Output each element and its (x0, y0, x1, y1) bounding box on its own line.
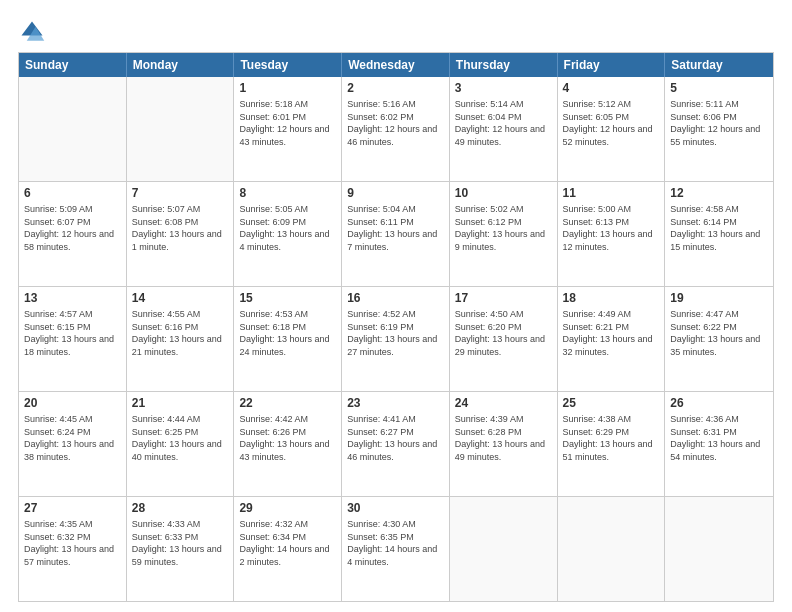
day-number: 17 (455, 290, 552, 306)
calendar-cell: 3Sunrise: 5:14 AM Sunset: 6:04 PM Daylig… (450, 77, 558, 181)
day-info: Sunrise: 5:07 AM Sunset: 6:08 PM Dayligh… (132, 203, 229, 253)
day-info: Sunrise: 5:02 AM Sunset: 6:12 PM Dayligh… (455, 203, 552, 253)
day-number: 24 (455, 395, 552, 411)
day-number: 19 (670, 290, 768, 306)
calendar-header-cell: Sunday (19, 53, 127, 77)
day-info: Sunrise: 4:35 AM Sunset: 6:32 PM Dayligh… (24, 518, 121, 568)
day-info: Sunrise: 4:45 AM Sunset: 6:24 PM Dayligh… (24, 413, 121, 463)
day-number: 18 (563, 290, 660, 306)
calendar-cell: 12Sunrise: 4:58 AM Sunset: 6:14 PM Dayli… (665, 182, 773, 286)
calendar: SundayMondayTuesdayWednesdayThursdayFrid… (18, 52, 774, 602)
calendar-cell: 17Sunrise: 4:50 AM Sunset: 6:20 PM Dayli… (450, 287, 558, 391)
calendar-cell: 20Sunrise: 4:45 AM Sunset: 6:24 PM Dayli… (19, 392, 127, 496)
calendar-cell: 16Sunrise: 4:52 AM Sunset: 6:19 PM Dayli… (342, 287, 450, 391)
day-number: 29 (239, 500, 336, 516)
calendar-cell (558, 497, 666, 601)
day-info: Sunrise: 5:00 AM Sunset: 6:13 PM Dayligh… (563, 203, 660, 253)
calendar-cell: 23Sunrise: 4:41 AM Sunset: 6:27 PM Dayli… (342, 392, 450, 496)
calendar-cell: 21Sunrise: 4:44 AM Sunset: 6:25 PM Dayli… (127, 392, 235, 496)
day-info: Sunrise: 5:16 AM Sunset: 6:02 PM Dayligh… (347, 98, 444, 148)
calendar-cell: 6Sunrise: 5:09 AM Sunset: 6:07 PM Daylig… (19, 182, 127, 286)
day-info: Sunrise: 5:14 AM Sunset: 6:04 PM Dayligh… (455, 98, 552, 148)
day-number: 2 (347, 80, 444, 96)
day-info: Sunrise: 4:55 AM Sunset: 6:16 PM Dayligh… (132, 308, 229, 358)
day-info: Sunrise: 5:04 AM Sunset: 6:11 PM Dayligh… (347, 203, 444, 253)
day-number: 4 (563, 80, 660, 96)
day-info: Sunrise: 4:57 AM Sunset: 6:15 PM Dayligh… (24, 308, 121, 358)
calendar-cell: 7Sunrise: 5:07 AM Sunset: 6:08 PM Daylig… (127, 182, 235, 286)
day-info: Sunrise: 4:32 AM Sunset: 6:34 PM Dayligh… (239, 518, 336, 568)
day-number: 1 (239, 80, 336, 96)
calendar-cell: 1Sunrise: 5:18 AM Sunset: 6:01 PM Daylig… (234, 77, 342, 181)
calendar-cell: 11Sunrise: 5:00 AM Sunset: 6:13 PM Dayli… (558, 182, 666, 286)
day-number: 22 (239, 395, 336, 411)
calendar-cell: 4Sunrise: 5:12 AM Sunset: 6:05 PM Daylig… (558, 77, 666, 181)
day-number: 6 (24, 185, 121, 201)
calendar-header-cell: Monday (127, 53, 235, 77)
day-number: 5 (670, 80, 768, 96)
calendar-cell: 25Sunrise: 4:38 AM Sunset: 6:29 PM Dayli… (558, 392, 666, 496)
day-number: 27 (24, 500, 121, 516)
day-info: Sunrise: 4:47 AM Sunset: 6:22 PM Dayligh… (670, 308, 768, 358)
day-info: Sunrise: 4:44 AM Sunset: 6:25 PM Dayligh… (132, 413, 229, 463)
calendar-cell: 8Sunrise: 5:05 AM Sunset: 6:09 PM Daylig… (234, 182, 342, 286)
calendar-cell: 5Sunrise: 5:11 AM Sunset: 6:06 PM Daylig… (665, 77, 773, 181)
day-number: 23 (347, 395, 444, 411)
calendar-cell: 24Sunrise: 4:39 AM Sunset: 6:28 PM Dayli… (450, 392, 558, 496)
day-info: Sunrise: 4:33 AM Sunset: 6:33 PM Dayligh… (132, 518, 229, 568)
day-number: 13 (24, 290, 121, 306)
day-number: 26 (670, 395, 768, 411)
calendar-cell (450, 497, 558, 601)
day-number: 28 (132, 500, 229, 516)
calendar-row: 6Sunrise: 5:09 AM Sunset: 6:07 PM Daylig… (19, 181, 773, 286)
calendar-row: 1Sunrise: 5:18 AM Sunset: 6:01 PM Daylig… (19, 77, 773, 181)
day-info: Sunrise: 4:49 AM Sunset: 6:21 PM Dayligh… (563, 308, 660, 358)
day-number: 21 (132, 395, 229, 411)
calendar-header-cell: Thursday (450, 53, 558, 77)
calendar-row: 20Sunrise: 4:45 AM Sunset: 6:24 PM Dayli… (19, 391, 773, 496)
calendar-header-cell: Wednesday (342, 53, 450, 77)
calendar-cell: 18Sunrise: 4:49 AM Sunset: 6:21 PM Dayli… (558, 287, 666, 391)
calendar-cell (19, 77, 127, 181)
day-info: Sunrise: 5:11 AM Sunset: 6:06 PM Dayligh… (670, 98, 768, 148)
page-header (18, 18, 774, 46)
day-info: Sunrise: 4:53 AM Sunset: 6:18 PM Dayligh… (239, 308, 336, 358)
day-info: Sunrise: 5:05 AM Sunset: 6:09 PM Dayligh… (239, 203, 336, 253)
calendar-cell (665, 497, 773, 601)
day-info: Sunrise: 4:42 AM Sunset: 6:26 PM Dayligh… (239, 413, 336, 463)
logo-icon (18, 18, 46, 46)
day-info: Sunrise: 5:12 AM Sunset: 6:05 PM Dayligh… (563, 98, 660, 148)
calendar-cell: 30Sunrise: 4:30 AM Sunset: 6:35 PM Dayli… (342, 497, 450, 601)
day-info: Sunrise: 4:30 AM Sunset: 6:35 PM Dayligh… (347, 518, 444, 568)
day-number: 10 (455, 185, 552, 201)
day-info: Sunrise: 4:39 AM Sunset: 6:28 PM Dayligh… (455, 413, 552, 463)
day-number: 20 (24, 395, 121, 411)
day-number: 3 (455, 80, 552, 96)
calendar-cell: 27Sunrise: 4:35 AM Sunset: 6:32 PM Dayli… (19, 497, 127, 601)
day-info: Sunrise: 4:41 AM Sunset: 6:27 PM Dayligh… (347, 413, 444, 463)
calendar-cell: 15Sunrise: 4:53 AM Sunset: 6:18 PM Dayli… (234, 287, 342, 391)
day-number: 9 (347, 185, 444, 201)
calendar-cell: 10Sunrise: 5:02 AM Sunset: 6:12 PM Dayli… (450, 182, 558, 286)
calendar-row: 27Sunrise: 4:35 AM Sunset: 6:32 PM Dayli… (19, 496, 773, 601)
day-number: 8 (239, 185, 336, 201)
day-info: Sunrise: 4:58 AM Sunset: 6:14 PM Dayligh… (670, 203, 768, 253)
calendar-cell: 26Sunrise: 4:36 AM Sunset: 6:31 PM Dayli… (665, 392, 773, 496)
day-info: Sunrise: 5:18 AM Sunset: 6:01 PM Dayligh… (239, 98, 336, 148)
day-info: Sunrise: 5:09 AM Sunset: 6:07 PM Dayligh… (24, 203, 121, 253)
calendar-cell: 2Sunrise: 5:16 AM Sunset: 6:02 PM Daylig… (342, 77, 450, 181)
calendar-cell: 28Sunrise: 4:33 AM Sunset: 6:33 PM Dayli… (127, 497, 235, 601)
calendar-cell: 9Sunrise: 5:04 AM Sunset: 6:11 PM Daylig… (342, 182, 450, 286)
day-info: Sunrise: 4:52 AM Sunset: 6:19 PM Dayligh… (347, 308, 444, 358)
calendar-header-cell: Saturday (665, 53, 773, 77)
day-number: 7 (132, 185, 229, 201)
day-info: Sunrise: 4:36 AM Sunset: 6:31 PM Dayligh… (670, 413, 768, 463)
day-number: 16 (347, 290, 444, 306)
day-number: 11 (563, 185, 660, 201)
calendar-cell: 19Sunrise: 4:47 AM Sunset: 6:22 PM Dayli… (665, 287, 773, 391)
calendar-header: SundayMondayTuesdayWednesdayThursdayFrid… (19, 53, 773, 77)
calendar-row: 13Sunrise: 4:57 AM Sunset: 6:15 PM Dayli… (19, 286, 773, 391)
calendar-cell: 13Sunrise: 4:57 AM Sunset: 6:15 PM Dayli… (19, 287, 127, 391)
logo (18, 18, 50, 46)
calendar-cell: 22Sunrise: 4:42 AM Sunset: 6:26 PM Dayli… (234, 392, 342, 496)
